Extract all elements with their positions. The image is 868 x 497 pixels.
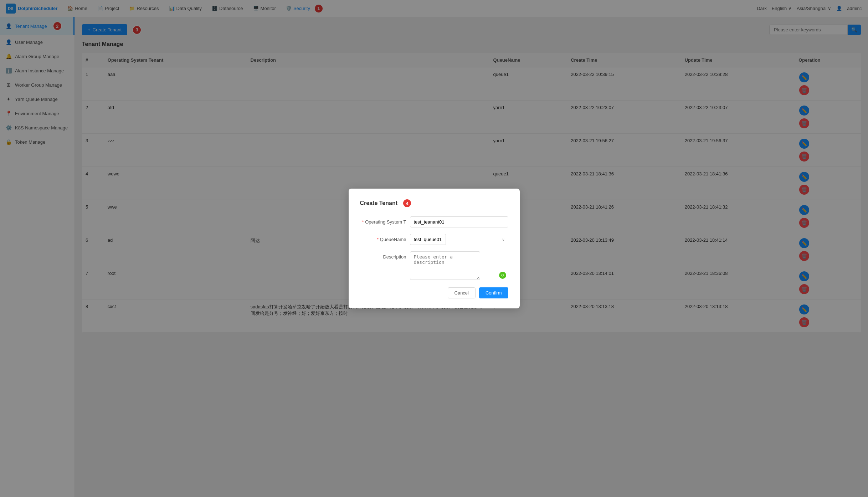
refresh-icon[interactable]: ↺ <box>499 272 506 279</box>
confirm-button[interactable]: Confirm <box>479 287 508 298</box>
form-row-queue-name: QueueName test_queue01 queue1 yarn1 <box>360 234 508 245</box>
modal-title: Create Tenant 4 <box>360 199 508 208</box>
os-tenant-label: Operating System T <box>360 216 410 225</box>
queue-name-select[interactable]: test_queue01 queue1 yarn1 <box>410 234 446 245</box>
create-tenant-modal: Create Tenant 4 Operating System T Queue… <box>349 189 520 308</box>
modal-title-text: Create Tenant <box>360 200 398 206</box>
annotation-badge-4: 4 <box>402 199 412 208</box>
queue-name-label: QueueName <box>360 234 410 242</box>
os-tenant-input[interactable] <box>410 216 508 227</box>
description-label: Description <box>360 251 410 260</box>
description-textarea-wrap: ↺ <box>410 251 508 281</box>
form-row-description: Description ↺ <box>360 251 508 281</box>
description-textarea[interactable] <box>410 251 480 280</box>
queue-name-select-wrap: test_queue01 queue1 yarn1 <box>410 234 508 245</box>
form-row-os-tenant: Operating System T <box>360 216 508 227</box>
cancel-button[interactable]: Cancel <box>448 287 476 298</box>
modal-footer: Cancel Confirm <box>360 287 508 298</box>
modal-overlay: Create Tenant 4 Operating System T Queue… <box>0 0 868 497</box>
